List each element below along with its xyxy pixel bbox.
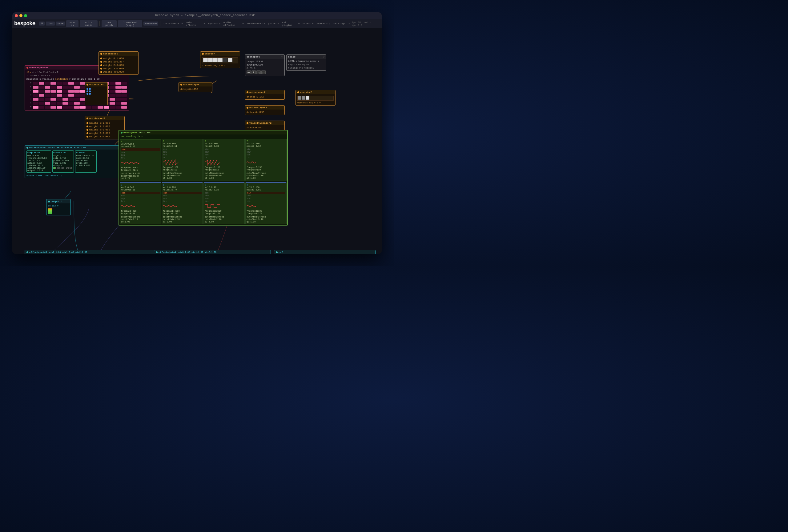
drum-row-6[interactable]: [32, 102, 127, 105]
ds-cell1-vol[interactable]: vol1:0.198: [163, 186, 202, 189]
notedelayer-delay[interactable]: delay:0.1250: [180, 87, 211, 91]
ds-cell2-q[interactable]: q2:4.00: [205, 221, 243, 223]
ds-cell7-squ[interactable]: squ: [247, 154, 285, 156]
ds-cell0-saw[interactable]: saw: [121, 195, 160, 197]
transport-swing[interactable]: swing:0.500: [247, 63, 283, 66]
freerev-width[interactable]: width:1.000: [76, 164, 96, 167]
ds-cell6-freqmax[interactable]: freqmax6:150: [205, 166, 243, 169]
drumseq-amt[interactable]: r amt:1.00: [85, 78, 100, 80]
effectchain4-module[interactable]: effectchain4 mix0:1.00 mix1:1.00 mix2:1.…: [154, 250, 271, 254]
ds-cell1-cutmax[interactable]: cutoffmax1:none: [163, 216, 202, 218]
drum-row-7[interactable]: [32, 105, 127, 109]
freerev-room[interactable]: room size:0.74: [76, 155, 96, 157]
help-button[interactable]: ?: [347, 22, 351, 25]
save-button[interactable]: save: [56, 22, 65, 25]
drumseq-lock1[interactable]: r lock1: [38, 74, 48, 77]
ds-cell6-vol[interactable]: vol6:0.000: [205, 142, 243, 145]
ds-cell-1[interactable]: 1 vol1:0.198 noise1:0.77 sin saw squ tri…: [162, 182, 203, 224]
nh2-weight4[interactable]: weight 4:0.000: [86, 135, 123, 138]
ds-cell7-tri[interactable]: tri: [247, 156, 285, 159]
dist-fuzz[interactable]: fuzz:0.020: [53, 162, 73, 164]
ds-cell1-noise[interactable]: noise1:0.77: [163, 189, 202, 191]
ec-add-effect[interactable]: add effect: ▽: [45, 175, 62, 177]
ds-cell2-freqmin[interactable]: freqmin2:177: [205, 212, 243, 215]
ds-cell2-tri[interactable]: tri: [205, 200, 243, 202]
ds-cell3-freqmax[interactable]: freqmax3:193: [247, 210, 285, 212]
ds-cell7-saw[interactable]: saw: [247, 151, 285, 153]
ds-cell4-freqmin[interactable]: freqmin4:2241: [121, 169, 160, 171]
ds-cell1-q[interactable]: q1:1.00: [163, 221, 202, 223]
dist-dirty[interactable]: dirty ▽: [53, 164, 73, 167]
notehocket-weight3[interactable]: weight 3:0.000: [100, 67, 137, 70]
modulators-menu[interactable]: modulators: ▽: [246, 22, 266, 25]
ds-cell0-freqmax[interactable]: freqmax0:230: [121, 210, 160, 212]
freerev-dry[interactable]: dry:1.000: [76, 162, 96, 164]
ds-cell1-freqmin[interactable]: freqmin1:133: [163, 212, 202, 215]
new-patch-button[interactable]: new patch: [102, 20, 117, 27]
pulse-menu[interactable]: pulse: ▽: [267, 22, 280, 25]
ds-cell3-saw[interactable]: saw: [247, 195, 285, 197]
ds-cell5-noise[interactable]: noise5:0.11: [163, 145, 202, 147]
output-module[interactable]: output 1 ch 1&2 ▽: [46, 199, 71, 216]
save-as-button[interactable]: save as: [66, 20, 78, 27]
nh2-weight0[interactable]: weight 0:1.000: [86, 121, 123, 125]
prev-button[interactable]: ◁: [256, 70, 261, 74]
drum-row-1[interactable]: [32, 82, 127, 85]
ds-cell5-squ[interactable]: squ: [163, 154, 202, 156]
ds-cell6-sin[interactable]: sin: [205, 148, 243, 150]
ds-cell-4[interactable]: 4 vol4:0.054 noise4:0.11 sin saw squ tri…: [120, 139, 161, 181]
close-button[interactable]: [15, 14, 18, 17]
ec3-mix2[interactable]: mix2:1.00: [75, 251, 87, 253]
ds-cell3-freqmin[interactable]: freqmin3:174: [247, 212, 285, 215]
drumseq-measures[interactable]: measures:2: [26, 78, 41, 80]
ds-cell5-cutmin[interactable]: cutoffmin5:10: [163, 175, 202, 177]
drumseq-randomize[interactable]: randomize: [55, 78, 68, 80]
lookahead-button[interactable]: lookahead (exp.): [118, 20, 142, 27]
ds-cell7-cutmax[interactable]: cutoffmax7:none: [247, 172, 285, 175]
notehocket-weight1[interactable]: weight 1:0.367: [100, 60, 137, 63]
ds-cell5-tri[interactable]: tri: [163, 156, 202, 159]
transport-module[interactable]: transport ▽ tempo:133.0 swing:0.500 0.73…: [245, 55, 285, 76]
notehocket-weight2[interactable]: weight 2:0.000: [100, 63, 137, 67]
drumseq-lock0[interactable]: r lock0: [26, 74, 37, 77]
notehocket-weight4[interactable]: weight 4:0.000: [100, 70, 137, 74]
ds-cell7-freqmin[interactable]: freqmin7:10: [247, 169, 285, 171]
ds-cell1-cutmin[interactable]: cutoffmin1:10: [163, 218, 202, 221]
ds-cell-7[interactable]: 7 vol7:0.000 noise7:0.12 sin saw squ tri…: [245, 139, 287, 181]
ec4-mix1[interactable]: mix1:1.00: [192, 251, 203, 253]
next-button[interactable]: ▷: [261, 70, 265, 74]
transport-tempo[interactable]: tempo:133.0: [247, 60, 283, 63]
notechance2-module[interactable]: notechance2 chance:0.357: [245, 90, 285, 100]
ds-cell1-freqmax[interactable]: freqmax1:4000: [163, 210, 202, 212]
drum-row-3[interactable]: [32, 89, 127, 93]
ds-cell3-tri[interactable]: tri: [247, 200, 285, 202]
ds-cell7-freqmax[interactable]: freqmax7:150: [247, 166, 285, 169]
ds-cell6-freqmin[interactable]: freqmin6:10: [205, 169, 243, 171]
pause-button[interactable]: ⏸: [39, 22, 45, 25]
ds-oversampling[interactable]: oversampling 1x ▽: [119, 135, 287, 138]
effectchain-module[interactable]: effectchain mix0:1.00 mix1:0.26 mix2:1.0…: [25, 145, 132, 178]
effectchain3-module[interactable]: effectchain3 mix0:1.00 mix1:0.45 mix2:1.…: [25, 250, 163, 254]
ds-cell-6[interactable]: 6 vol6:0.000 noise6:0.39 sin saw squ tri…: [203, 139, 245, 181]
ec-mix0[interactable]: mix0:1.00: [48, 146, 59, 149]
ds-cell4-saw[interactable]: saw: [121, 151, 160, 154]
ds-cell6-saw[interactable]: saw: [205, 151, 243, 153]
ds-cell6-q[interactable]: q6:1.00: [205, 177, 243, 179]
chorder-diatonic[interactable]: diatonic maj ▽ 0 ▽: [202, 64, 238, 67]
autosave-button[interactable]: autosave: [143, 22, 158, 25]
ds-cell3-q[interactable]: q3:1.00: [247, 221, 285, 223]
ds-cell5-freqmax[interactable]: freqmax5:150: [163, 166, 202, 169]
ds-cell3-cutmax[interactable]: cutoffmax3:none: [247, 216, 285, 218]
other-menu[interactable]: other: ▽: [302, 22, 314, 25]
minimize-button[interactable]: [19, 14, 22, 17]
comp-output[interactable]: output:1.110: [27, 169, 50, 172]
ds-cell1-tri[interactable]: tri: [163, 200, 202, 202]
reset-button[interactable]: ⏮: [247, 70, 251, 74]
nh2-weight1[interactable]: weight 1:1.000: [86, 125, 123, 128]
notedelayer2-module[interactable]: notedelayer2 delay:0.1250: [245, 105, 285, 115]
ds-cell0-vol[interactable]: vol0:0.543: [121, 186, 160, 189]
notedelayer-module[interactable]: notedelayer delay:0.1250: [179, 82, 212, 92]
ds-cell2-cutmin[interactable]: cutoffmin2:10: [205, 218, 243, 221]
drumsynth-module[interactable]: drumsynth vol:1.394 oversampling 1x ▽ 4 …: [119, 130, 288, 226]
maximize-button[interactable]: [24, 14, 27, 17]
